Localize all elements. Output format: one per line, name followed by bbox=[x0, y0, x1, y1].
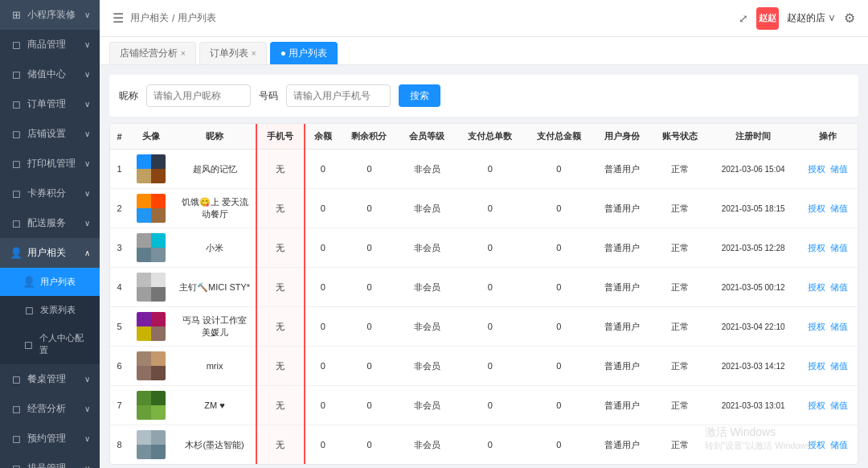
sidebar-item-label: 经营分析 bbox=[27, 402, 66, 416]
authorize-button[interactable]: 授权 bbox=[808, 361, 825, 371]
cell-reg-time: 2021-03-05 00:12 bbox=[709, 268, 798, 307]
topup-button[interactable]: 储值 bbox=[830, 282, 848, 292]
tab-userlist[interactable]: ● 用户列表 bbox=[270, 42, 338, 64]
sidebar-item-fanlist[interactable]: ◻ 发票列表 bbox=[0, 296, 100, 324]
sidebar-item-label: 打印机管理 bbox=[27, 157, 76, 170]
cell-balance: 0 bbox=[305, 347, 341, 386]
phone-label: 号码 bbox=[259, 89, 278, 103]
sidebar-item-user[interactable]: 👤 用户相关 ∧ bbox=[0, 238, 100, 268]
sidebar-item-shop[interactable]: ◻ 店铺设置 ∨ bbox=[0, 119, 100, 149]
cell-status: 正常 bbox=[651, 150, 709, 189]
topup-button[interactable]: 储值 bbox=[830, 400, 848, 410]
tab-orders[interactable]: 订单列表 × bbox=[199, 42, 267, 64]
avatar bbox=[137, 194, 166, 223]
search-button[interactable]: 搜索 bbox=[399, 84, 440, 107]
main-content: ☰ 用户相关 / 用户列表 ⤢ 赵赵 赵赵的店 ∨ ⚙ 店铺经营分析 × 订单列… bbox=[100, 0, 868, 468]
tabs-bar: 店铺经营分析 × 订单列表 × ● 用户列表 bbox=[100, 37, 868, 65]
sidebar-item-desk[interactable]: ◻ 餐桌管理 ∨ bbox=[0, 364, 100, 394]
cell-actions: 授权储值 bbox=[798, 268, 858, 307]
booking-icon: ◻ bbox=[10, 433, 23, 445]
sidebar-item-delivery[interactable]: ◻ 配送服务 ∨ bbox=[0, 208, 100, 238]
sidebar-item-profile[interactable]: ◻ 个人中心配置 bbox=[0, 324, 100, 364]
content-area: 昵称 号码 搜索 # 头像 昵称 手机号 余额 剩余积分 会员等级 支 bbox=[100, 65, 868, 468]
authorize-button[interactable]: 授权 bbox=[808, 164, 825, 174]
order-icon: ◻ bbox=[10, 98, 23, 110]
cell-avatar bbox=[129, 228, 174, 268]
cell-identity: 普通用户 bbox=[593, 150, 651, 189]
sidebar-item-goods[interactable]: ◻ 商品管理 ∨ bbox=[0, 30, 100, 60]
cell-nickname: 超风的记忆 bbox=[174, 150, 256, 189]
cell-actions: 授权储值 bbox=[798, 150, 858, 189]
menu-toggle-icon[interactable]: ☰ bbox=[113, 10, 124, 26]
cell-member-level: 非会员 bbox=[398, 150, 456, 189]
cell-member-level: 非会员 bbox=[398, 347, 456, 386]
breadcrumb-parent: 用户相关 bbox=[130, 11, 169, 25]
cell-phone: 无 bbox=[256, 189, 305, 228]
cell-avatar bbox=[129, 268, 174, 307]
topup-button[interactable]: 储值 bbox=[830, 243, 848, 252]
cell-identity: 普通用户 bbox=[593, 228, 651, 268]
col-regtime: 注册时间 bbox=[709, 124, 798, 150]
nickname-input[interactable] bbox=[146, 84, 251, 107]
cell-pay-amount: 0 bbox=[525, 268, 594, 307]
sidebar-item-userlist[interactable]: 👤 用户列表 bbox=[0, 268, 100, 296]
sidebar-item-miniapp[interactable]: ⊞ 小程序装修 ∨ bbox=[0, 0, 100, 30]
authorize-button[interactable]: 授权 bbox=[808, 243, 825, 252]
close-tab-icon[interactable]: × bbox=[181, 49, 186, 58]
sidebar-item-analysis[interactable]: ◻ 经营分析 ∨ bbox=[0, 394, 100, 424]
expand-arrow: ∨ bbox=[84, 404, 90, 413]
sidebar-item-queue[interactable]: ◻ 排号管理 ∨ bbox=[0, 454, 100, 468]
sidebar-item-card[interactable]: ◻ 卡券积分 ∨ bbox=[0, 179, 100, 208]
cell-status: 正常 bbox=[651, 347, 709, 386]
col-index: # bbox=[110, 124, 129, 150]
tab-analytics[interactable]: 店铺经营分析 × bbox=[109, 42, 196, 64]
cell-points: 0 bbox=[341, 228, 399, 268]
cell-member-level: 非会员 bbox=[398, 268, 456, 307]
authorize-button[interactable]: 授权 bbox=[808, 400, 825, 410]
sidebar-item-booking[interactable]: ◻ 预约管理 ∨ bbox=[0, 424, 100, 454]
col-paycount: 支付总单数 bbox=[456, 124, 525, 150]
sidebar-item-order[interactable]: ◻ 订单管理 ∨ bbox=[0, 89, 100, 119]
fullscreen-icon[interactable]: ⤢ bbox=[739, 12, 748, 25]
cell-nickname: 丐马 设计工作室 美媛儿 bbox=[174, 307, 256, 347]
breadcrumb: 用户相关 / 用户列表 bbox=[130, 11, 216, 25]
cell-member-level: 非会员 bbox=[398, 189, 456, 228]
sidebar-item-store[interactable]: ◻ 储值中心 ∨ bbox=[0, 60, 100, 89]
authorize-button[interactable]: 授权 bbox=[808, 440, 825, 450]
topup-button[interactable]: 储值 bbox=[830, 440, 848, 450]
topup-button[interactable]: 储值 bbox=[830, 322, 848, 331]
authorize-button[interactable]: 授权 bbox=[808, 203, 825, 213]
printer-icon: ◻ bbox=[10, 158, 23, 170]
cell-status: 正常 bbox=[651, 425, 709, 465]
analysis-icon: ◻ bbox=[10, 403, 23, 415]
authorize-button[interactable]: 授权 bbox=[808, 282, 825, 292]
cell-index: 1 bbox=[110, 150, 129, 189]
topup-button[interactable]: 储值 bbox=[830, 203, 848, 213]
close-tab-icon[interactable]: × bbox=[252, 49, 256, 58]
avatar bbox=[137, 391, 166, 420]
sidebar-item-label: 商品管理 bbox=[27, 38, 66, 51]
col-payamount: 支付总金额 bbox=[525, 124, 594, 150]
header: ☰ 用户相关 / 用户列表 ⤢ 赵赵 赵赵的店 ∨ ⚙ bbox=[100, 0, 868, 37]
cell-pay-count: 0 bbox=[456, 268, 525, 307]
cell-pay-count: 0 bbox=[456, 150, 525, 189]
topup-button[interactable]: 储值 bbox=[830, 361, 848, 371]
authorize-button[interactable]: 授权 bbox=[808, 322, 825, 331]
cell-status: 正常 bbox=[651, 307, 709, 347]
cell-phone: 无 bbox=[256, 307, 305, 347]
sidebar-item-label: 储值中心 bbox=[27, 68, 66, 81]
cell-reg-time bbox=[709, 425, 798, 465]
cell-balance: 0 bbox=[305, 425, 341, 465]
cell-points: 0 bbox=[341, 347, 399, 386]
gear-icon[interactable]: ⚙ bbox=[844, 10, 855, 26]
phone-input[interactable] bbox=[286, 84, 391, 107]
breadcrumb-separator: / bbox=[172, 13, 174, 24]
expand-arrow: ∨ bbox=[84, 375, 90, 384]
sidebar-item-printer[interactable]: ◻ 打印机管理 ∨ bbox=[0, 149, 100, 179]
card-icon: ◻ bbox=[10, 187, 23, 199]
user-icon: 👤 bbox=[10, 247, 23, 259]
sidebar-item-label: 排号管理 bbox=[27, 462, 66, 468]
expand-arrow: ∨ bbox=[84, 189, 90, 198]
topup-button[interactable]: 储值 bbox=[830, 164, 848, 174]
sidebar-item-label: 用户相关 bbox=[27, 246, 66, 260]
